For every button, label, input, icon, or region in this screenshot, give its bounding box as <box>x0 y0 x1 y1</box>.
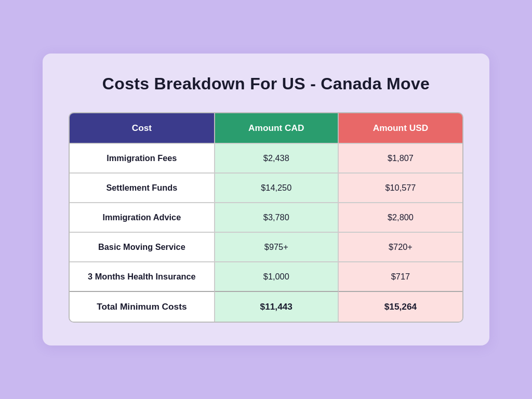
header-cad: Amount CAD <box>215 113 339 143</box>
cell-cad: $14,250 <box>215 172 339 202</box>
cell-cad: $3,780 <box>215 202 339 232</box>
cell-cost: 3 Months Health Insurance <box>70 261 215 291</box>
cell-cad: $2,438 <box>215 143 339 172</box>
header-cost: Cost <box>70 113 215 143</box>
table-row: Basic Moving Service$975+$720+ <box>70 232 462 261</box>
costs-table: Cost Amount CAD Amount USD Immigration F… <box>69 112 463 323</box>
cell-cost: Immigration Fees <box>70 143 215 172</box>
cell-usd: $1,807 <box>339 143 462 172</box>
cell-cost: Immigration Advice <box>70 202 215 232</box>
total-row: Total Minimum Costs$11,443$15,264 <box>70 291 462 322</box>
table-row: 3 Months Health Insurance$1,000$717 <box>70 261 462 291</box>
cell-cost: Settlement Funds <box>70 172 215 202</box>
total-label: Total Minimum Costs <box>70 291 215 322</box>
cell-usd: $10,577 <box>339 172 462 202</box>
page-title: Costs Breakdown For US - Canada Move <box>69 74 463 94</box>
table-row: Settlement Funds$14,250$10,577 <box>70 172 462 202</box>
total-usd: $15,264 <box>339 291 462 322</box>
cell-usd: $720+ <box>339 232 462 261</box>
cell-usd: $2,800 <box>339 202 462 232</box>
header-usd: Amount USD <box>339 113 462 143</box>
total-cad: $11,443 <box>215 291 339 322</box>
table-row: Immigration Fees$2,438$1,807 <box>70 143 462 172</box>
main-card: Costs Breakdown For US - Canada Move Cos… <box>43 54 489 345</box>
cell-cost: Basic Moving Service <box>70 232 215 261</box>
cell-cad: $975+ <box>215 232 339 261</box>
cell-cad: $1,000 <box>215 261 339 291</box>
table-row: Immigration Advice$3,780$2,800 <box>70 202 462 232</box>
cell-usd: $717 <box>339 261 462 291</box>
